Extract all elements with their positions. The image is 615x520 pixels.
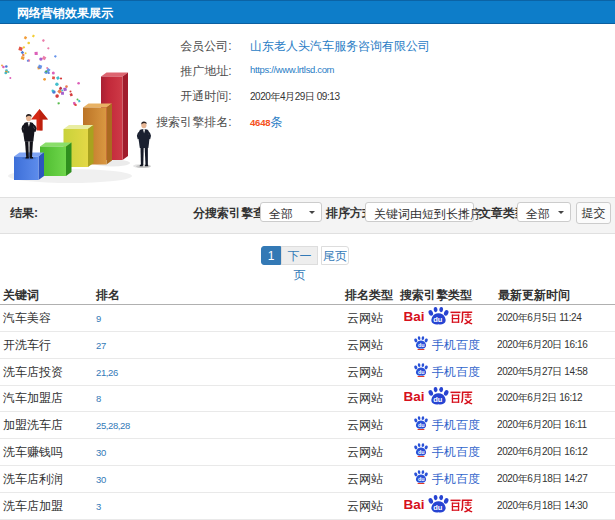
svg-text:Bai: Bai: [404, 389, 425, 404]
svg-text:Bai: Bai: [404, 497, 425, 512]
svg-text:du: du: [433, 315, 443, 324]
svg-text:du: du: [418, 422, 425, 428]
svg-text:du: du: [418, 369, 425, 375]
svg-text:du: du: [433, 396, 443, 405]
svg-text:du: du: [418, 449, 425, 455]
svg-text:du: du: [418, 476, 425, 482]
svg-text:du: du: [433, 503, 443, 512]
svg-text:Bai: Bai: [404, 309, 425, 324]
svg-text:du: du: [418, 342, 425, 348]
